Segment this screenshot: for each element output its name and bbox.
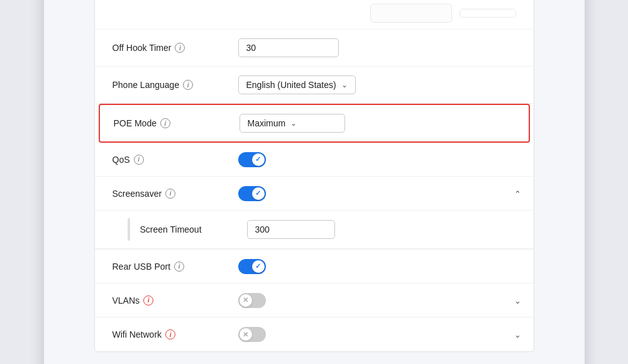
off-hook-timer-info-icon[interactable]: i <box>175 43 185 53</box>
phone-language-control: English (United States) ⌄ <box>238 75 516 94</box>
wifi-network-info-icon[interactable]: i <box>165 329 175 339</box>
qos-row: QoS i ✓ <box>95 143 534 177</box>
vlans-label: VLANs i <box>113 295 238 306</box>
wifi-network-control: ✕ <box>238 327 516 342</box>
poe-mode-row-highlighted: POE Mode i Maximum ⌄ <box>99 104 530 143</box>
vlans-info-icon[interactable]: i <box>143 295 153 306</box>
off-hook-timer-control <box>238 38 516 57</box>
screensaver-toggle[interactable]: ✓ <box>238 186 266 201</box>
rear-usb-check-icon: ✓ <box>255 262 261 270</box>
screensaver-expand-icon[interactable]: ⌃ <box>514 189 521 198</box>
phone-language-select[interactable]: English (United States) ⌄ <box>238 75 356 94</box>
screen-timeout-row: Screen Timeout <box>95 211 534 249</box>
wifi-x-icon: ✕ <box>243 331 248 339</box>
off-hook-timer-row: Off Hook Timer i <box>95 30 534 67</box>
poe-mode-row: POE Mode i Maximum ⌄ <box>100 105 529 141</box>
phone-language-label: Phone Language i <box>113 80 238 90</box>
screen-timeout-sub-row: Screen Timeout <box>95 211 534 250</box>
vlans-x-icon: ✕ <box>243 296 248 304</box>
screen-timeout-label: Screen Timeout <box>140 224 247 234</box>
vlans-expand-icon[interactable]: ⌄ <box>514 295 521 305</box>
poe-mode-select[interactable]: Maximum ⌄ <box>240 114 345 133</box>
rear-usb-port-toggle-knob: ✓ <box>252 260 265 273</box>
screensaver-toggle-knob: ✓ <box>252 187 265 200</box>
partial-input[interactable] <box>370 4 452 23</box>
rear-usb-port-toggle[interactable]: ✓ <box>238 259 266 274</box>
rear-usb-port-info-icon[interactable]: i <box>174 262 184 272</box>
screensaver-control: ✓ <box>238 186 516 201</box>
screen-timeout-input[interactable] <box>247 220 335 239</box>
wifi-network-toggle-knob: ✕ <box>240 328 252 341</box>
screensaver-info-icon[interactable]: i <box>165 189 175 199</box>
phone-language-row: Phone Language i English (United States)… <box>95 67 534 104</box>
poe-mode-chevron-icon: ⌄ <box>290 119 297 128</box>
wifi-network-label: Wifi Network i <box>113 329 238 339</box>
qos-info-icon[interactable]: i <box>134 155 144 165</box>
qos-label: QoS i <box>113 155 238 165</box>
poe-mode-info-icon[interactable]: i <box>160 118 170 128</box>
qos-toggle-knob: ✓ <box>252 153 265 166</box>
phone-language-chevron-icon: ⌄ <box>341 80 348 89</box>
off-hook-timer-label: Off Hook Timer i <box>113 43 238 53</box>
vlans-toggle[interactable]: ✕ <box>238 293 266 308</box>
qos-check-icon: ✓ <box>255 155 261 163</box>
screensaver-row: Screensaver i ✓ ⌃ <box>95 177 534 211</box>
wifi-network-row: Wifi Network i ✕ ⌄ <box>95 317 534 351</box>
sub-row-indicator <box>128 218 130 241</box>
vlans-row: VLANs i ✕ ⌄ <box>95 284 534 317</box>
off-hook-timer-input[interactable] <box>238 38 339 57</box>
vlans-toggle-knob: ✕ <box>240 294 252 307</box>
screensaver-check-icon: ✓ <box>255 189 261 197</box>
device-settings-modal: Device Settings × Off Hook Timer i <box>44 0 585 364</box>
settings-card: Off Hook Timer i Phone Language i Englis… <box>94 0 534 352</box>
qos-control: ✓ <box>238 152 516 167</box>
partial-box <box>460 9 516 18</box>
modal-body: Off Hook Timer i Phone Language i Englis… <box>44 0 585 364</box>
rear-usb-port-label: Rear USB Port i <box>113 262 238 272</box>
poe-mode-control: Maximum ⌄ <box>240 114 515 133</box>
poe-mode-label: POE Mode i <box>114 118 240 128</box>
qos-toggle[interactable]: ✓ <box>238 152 266 167</box>
vlans-control: ✕ <box>238 293 516 308</box>
phone-language-info-icon[interactable]: i <box>183 80 193 90</box>
wifi-network-toggle[interactable]: ✕ <box>238 327 266 342</box>
rear-usb-port-control: ✓ <box>238 259 516 274</box>
screensaver-label: Screensaver i <box>113 189 238 199</box>
partial-row <box>95 0 534 30</box>
rear-usb-port-row: Rear USB Port i ✓ <box>95 250 534 284</box>
wifi-network-expand-icon[interactable]: ⌄ <box>514 330 521 339</box>
